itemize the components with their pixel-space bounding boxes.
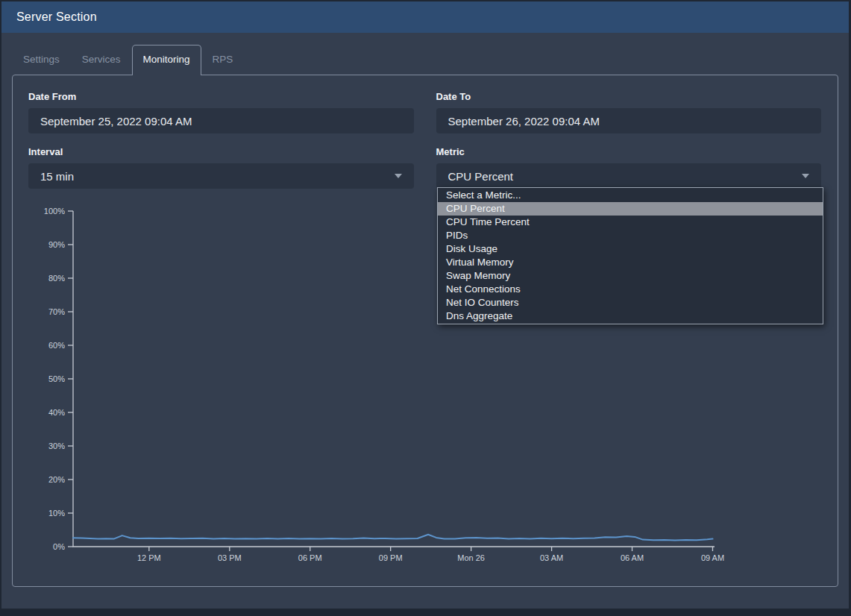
date-from-label: Date From [28,91,414,102]
date-to-group: Date To [436,91,822,133]
svg-text:40%: 40% [48,408,65,417]
metric-option[interactable]: Net Connections [438,283,823,296]
svg-text:50%: 50% [48,374,65,383]
date-from-input[interactable] [28,108,414,133]
metric-select-value: CPU Percent [448,170,514,183]
svg-text:90%: 90% [48,240,65,249]
svg-text:03 AM: 03 AM [540,553,563,562]
tab-rps[interactable]: RPS [201,45,245,75]
monitoring-panel: Date From Date To Interval 15 min Metric [12,75,838,587]
metric-option[interactable]: CPU Time Percent [438,216,823,229]
tab-services-label: Services [82,54,121,65]
interval-select[interactable]: 15 min [28,163,414,189]
svg-text:80%: 80% [48,274,65,283]
tab-settings[interactable]: Settings [12,45,71,75]
svg-text:09 AM: 09 AM [701,553,724,562]
svg-text:10%: 10% [48,509,65,518]
svg-text:70%: 70% [48,307,65,316]
metric-group: Metric CPU Percent [436,146,822,189]
app-window: Server Section Settings Services Monitor… [1,1,849,609]
svg-text:Mon 26: Mon 26 [457,553,485,562]
metric-option[interactable]: CPU Percent [438,202,823,216]
interval-label: Interval [28,146,414,157]
tab-services[interactable]: Services [71,45,132,75]
svg-text:30%: 30% [48,441,65,450]
svg-text:06 AM: 06 AM [621,553,644,562]
metric-option[interactable]: Select a Metric... [438,189,823,202]
svg-text:06 PM: 06 PM [298,553,322,562]
metric-option[interactable]: Dns Aggregate [438,309,823,323]
tab-monitoring[interactable]: Monitoring [132,45,201,75]
titlebar: Server Section [1,1,849,33]
date-to-label: Date To [436,91,822,102]
metric-label: Metric [436,146,822,157]
svg-text:09 PM: 09 PM [379,553,403,562]
svg-text:03 PM: 03 PM [218,553,242,562]
date-to-input[interactable] [436,108,822,133]
metric-select[interactable]: CPU Percent [436,163,822,189]
chevron-down-icon [395,174,402,178]
svg-text:0%: 0% [53,542,65,551]
date-from-group: Date From [28,91,414,133]
page-title: Server Section [16,10,97,24]
chevron-down-icon [802,174,809,178]
interval-select-value: 15 min [40,170,74,183]
monitoring-form: Date From Date To Interval 15 min Metric [13,75,838,189]
tab-monitoring-label: Monitoring [143,54,190,65]
tab-settings-label: Settings [23,54,60,65]
metric-dropdown: Select a Metric...CPU PercentCPU Time Pe… [437,187,823,324]
metric-option[interactable]: Swap Memory [438,269,823,283]
metric-option[interactable]: Disk Usage [438,242,823,256]
metric-option[interactable]: PIDs [438,229,823,242]
svg-text:100%: 100% [44,207,65,216]
svg-text:20%: 20% [48,475,65,484]
metric-option[interactable]: Net IO Counters [438,296,823,309]
svg-text:60%: 60% [48,341,65,350]
tab-rps-label: RPS [213,54,233,65]
metric-option[interactable]: Virtual Memory [438,256,823,269]
svg-text:12 PM: 12 PM [137,553,161,562]
interval-group: Interval 15 min [28,146,414,189]
tab-bar: Settings Services Monitoring RPS [12,45,838,75]
